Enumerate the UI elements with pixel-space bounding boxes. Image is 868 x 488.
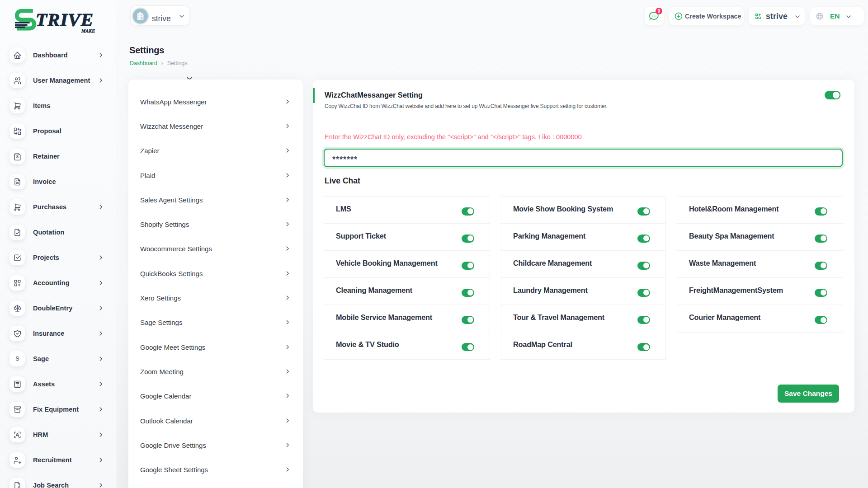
svg-text:S: S <box>15 356 19 362</box>
